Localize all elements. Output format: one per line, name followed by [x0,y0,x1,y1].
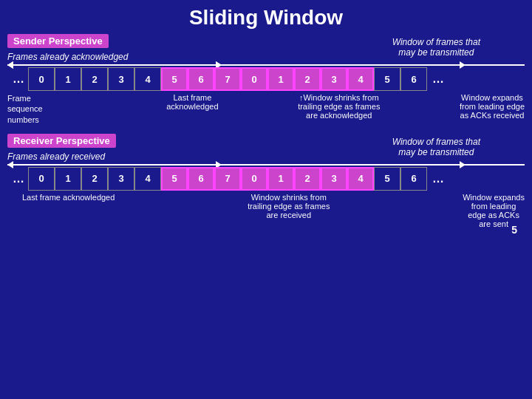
frame-cell: 7 [214,67,241,91]
sender-expand-label: Window expandsfrom leading edgeas ACKs r… [460,93,525,120]
frame-cell: 2 [81,167,108,191]
frame-cell: 7 [214,167,241,191]
sender-frames-container: …012345670123456… [7,67,525,91]
frame-cell: 5 [374,167,400,191]
sender-label: Sender Perspective [7,34,109,48]
frame-cell: 2 [81,67,108,91]
frame-cell: 4 [134,67,161,91]
frame-cell: 0 [241,67,267,91]
page-title: Sliding Window [0,0,532,34]
sender-arrow-row [7,64,525,66]
receiver-window-label: Window of frames thatmay be transmitted [392,137,480,157]
frame-cell: 2 [294,167,321,191]
frame-cell: 2 [294,67,321,91]
sender-section: Sender Perspective Frames already acknow… [7,34,525,125]
frame-cell: 1 [267,167,294,191]
frame-cell: 5 [161,67,188,91]
receiver-label: Receiver Perspective [7,134,116,148]
page-number: 5 [511,224,517,236]
frame-dots: … [7,167,28,191]
frame-cell: 1 [55,67,81,91]
sender-frames-label: Frames already acknowledged [7,52,128,62]
frame-cell: 4 [134,167,161,191]
frame-dots: … [427,67,448,91]
frame-cell: 4 [347,67,374,91]
receiver-arrow-row [7,164,525,166]
receiver-frames-label: Frames already received [7,151,105,162]
sender-shrink-label: ↑Window shrinks fromtrailing edge as fra… [298,93,380,120]
frame-cell: 0 [28,67,55,91]
frame-cell: 6 [400,67,427,91]
frame-dots: … [427,167,448,191]
frame-cell: 4 [347,167,374,191]
frame-cell: 3 [108,167,134,191]
frame-dots: … [7,67,28,91]
last-frame-sender-label: Last frameacknowledged [166,93,218,111]
receiver-expand-label: Window expandsfrom leadingedge as ACKsar… [463,193,525,228]
receiver-section: Receiver Perspective Frames already rece… [7,134,525,228]
frame-cell: 6 [188,67,214,91]
frame-cell: 5 [374,67,400,91]
sender-window-label: Window of frames thatmay be transmitted [392,37,480,58]
frame-sequence-label: Framesequencenumbers [7,93,43,125]
frame-cell: 0 [241,167,267,191]
frame-cell: 0 [28,167,55,191]
frame-cell: 1 [55,167,81,191]
frame-cell: 6 [188,167,214,191]
receiver-shrink-label: Window shrinks fromtrailing edge as fram… [248,193,330,219]
frame-cell: 1 [267,67,294,91]
frame-cell: 3 [321,67,347,91]
last-frame-receiver-label: Last frame acknowledged [22,193,115,202]
frame-cell: 5 [161,167,188,191]
frame-cell: 3 [321,167,347,191]
receiver-frames-container: …012345670123456… [7,167,525,191]
frame-cell: 6 [400,167,427,191]
frame-cell: 3 [108,67,134,91]
